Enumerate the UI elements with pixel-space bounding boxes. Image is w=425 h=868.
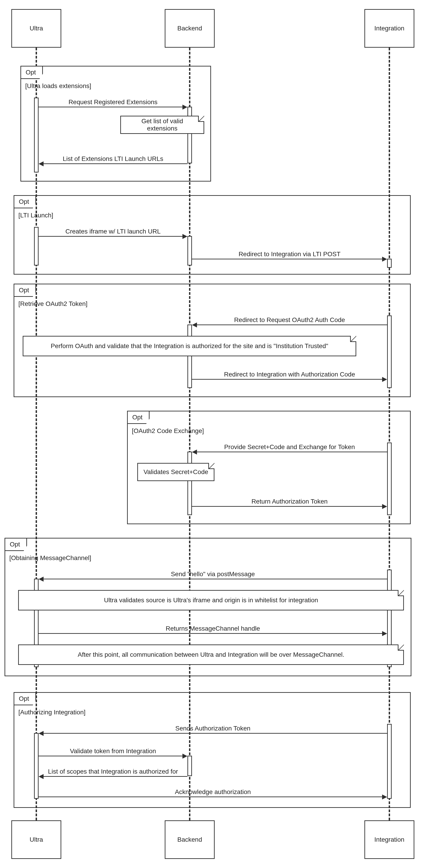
message-label: Provide Secret+Code and Exchange for Tok…: [192, 443, 387, 451]
opt-condition: [Retrieve OAuth2 Token]: [19, 300, 88, 308]
message-label: Sends Authorization Token: [38, 725, 387, 732]
message: Send "hello" via postMessage: [38, 572, 387, 581]
participant-ultra-bottom: Ultra: [11, 820, 61, 859]
opt-condition: [Authorizing Integration]: [19, 709, 86, 716]
opt-label: Opt: [13, 692, 36, 705]
note-text: Ultra validates source is Ultra's iframe…: [104, 597, 318, 604]
participant-integration-bottom: Integration: [364, 820, 414, 859]
participant-label: Ultra: [30, 25, 43, 32]
message: List of scopes that Integration is autho…: [38, 769, 187, 778]
message-label: Returns MessageChannel handle: [38, 625, 387, 632]
activation-bar: [387, 442, 392, 515]
activation-bar: [187, 324, 192, 388]
message: Redirect to Integration via LTI POST: [192, 252, 387, 261]
participant-label: Backend: [177, 836, 202, 843]
note-text: Perform OAuth and validate that the Inte…: [51, 342, 328, 350]
note: After this point, all communication betw…: [18, 645, 404, 665]
activation-bar: [387, 259, 392, 268]
activation-bar: [187, 756, 192, 776]
message: Validate token from Integration: [38, 749, 187, 758]
message-label: Validate token from Integration: [38, 747, 187, 755]
opt-condition: [Obtaining MessageChannel]: [9, 554, 91, 562]
message-label: Request Registered Extensions: [38, 98, 187, 106]
message: Request Registered Extensions: [38, 100, 187, 109]
message-label: Send "hello" via postMessage: [38, 570, 387, 578]
opt-label: Opt: [13, 195, 36, 208]
opt-condition: [LTI Launch]: [19, 212, 53, 219]
opt-label: Opt: [21, 66, 43, 79]
message: Return Authorization Token: [192, 499, 387, 508]
message-label: Redirect to Integration with Authorizati…: [192, 371, 387, 378]
participant-backend-bottom: Backend: [165, 820, 215, 859]
activation-bar: [387, 724, 392, 799]
note: Validates Secret+Code: [137, 463, 214, 481]
note-text: After this point, all communication betw…: [78, 651, 344, 658]
activation-bar: [187, 452, 192, 515]
message: Provide Secret+Code and Exchange for Tok…: [192, 445, 387, 454]
participant-label: Integration: [374, 836, 404, 843]
opt-condition: [Ultra loads extensions]: [25, 82, 91, 90]
note: Perform OAuth and validate that the Inte…: [23, 336, 356, 356]
sequence-diagram: Ultra Backend Integration Ultra Backend …: [9, 9, 416, 859]
message-label: List of Extensions LTI Launch URLs: [38, 155, 187, 162]
message-label: List of scopes that Integration is autho…: [38, 768, 187, 775]
activation-bar: [187, 107, 192, 163]
activation-bar: [387, 315, 392, 388]
message: Creates iframe w/ LTI launch URL: [38, 229, 187, 238]
participant-integration-top: Integration: [364, 9, 414, 48]
opt-label: Opt: [4, 538, 27, 551]
message-label: Return Authorization Token: [192, 498, 387, 505]
message: List of Extensions LTI Launch URLs: [38, 157, 187, 166]
activation-bar: [187, 236, 192, 266]
participant-backend-top: Backend: [165, 9, 215, 48]
participant-ultra-top: Ultra: [11, 9, 61, 48]
message: Acknowledge authorization: [38, 790, 387, 799]
note: Get list of valid extensions: [120, 116, 204, 134]
message: Redirect to Integration with Authorizati…: [192, 372, 387, 381]
message: Sends Authorization Token: [38, 726, 387, 735]
participant-label: Backend: [177, 25, 202, 32]
activation-bar: [34, 227, 38, 266]
note-text: Get list of valid extensions: [126, 118, 198, 132]
message-label: Redirect to Request OAuth2 Auth Code: [192, 316, 387, 323]
message-label: Redirect to Integration via LTI POST: [192, 251, 387, 258]
message: Redirect to Request OAuth2 Auth Code: [192, 318, 387, 327]
opt-label: Opt: [127, 411, 150, 424]
opt-label: Opt: [13, 284, 36, 297]
note-text: Validates Secret+Code: [143, 468, 208, 476]
participant-label: Ultra: [30, 836, 43, 843]
activation-bar: [34, 733, 38, 799]
message-label: Acknowledge authorization: [38, 788, 387, 796]
message-label: Creates iframe w/ LTI launch URL: [38, 228, 187, 235]
message: Returns MessageChannel handle: [38, 626, 387, 636]
participant-label: Integration: [374, 25, 404, 32]
activation-bar: [34, 98, 38, 173]
opt-condition: [OAuth2 Code Exchange]: [132, 427, 204, 435]
note: Ultra validates source is Ultra's iframe…: [18, 590, 404, 611]
